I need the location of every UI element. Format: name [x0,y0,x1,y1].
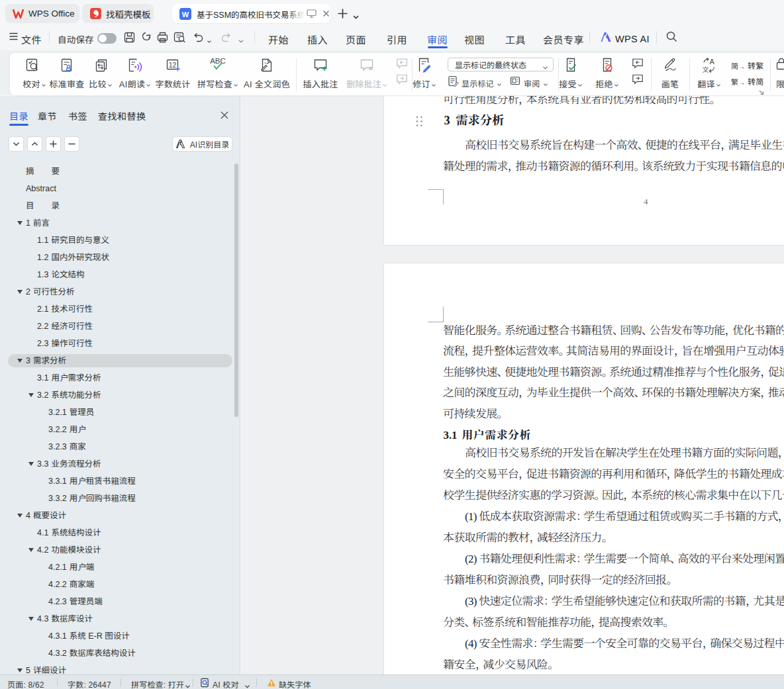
svg-text:W: W [182,10,189,18]
svg-text:ABC: ABC [210,57,226,65]
svg-text:文: 文 [703,64,709,74]
svg-text:A: A [710,58,715,66]
svg-text:12: 12 [169,61,177,69]
